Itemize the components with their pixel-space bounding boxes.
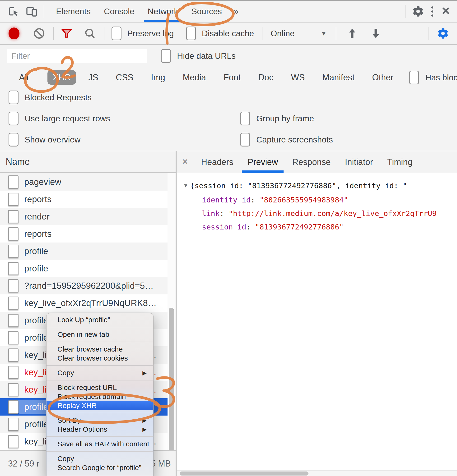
request-list-scrollbar-thumb[interactable] [169,308,174,453]
close-detail-icon[interactable]: × [177,156,194,168]
disable-cache-checkbox[interactable] [186,26,196,40]
menu-item-search-google-for-profile[interactable]: Search Google for “profile” [46,463,153,472]
type-filter-doc[interactable]: Doc [253,70,279,85]
group-by-frame-checkbox[interactable] [240,112,250,125]
table-row[interactable]: profile [0,243,176,260]
show-overview-checkbox[interactable] [9,133,18,146]
request-name: ?rand=1595295962200&plid=5… [24,281,154,291]
type-filter-xhr[interactable]: XHR [47,70,76,85]
document-icon [8,210,18,223]
menu-item-clear-browser-cookies[interactable]: Clear browser cookies [46,354,153,363]
menu-item-clear-browser-cache[interactable]: Clear browser cache [46,345,153,354]
menu-separator [46,327,153,327]
menu-item-open-in-new-tab[interactable]: Open in new tab [46,330,153,339]
document-icon [8,297,18,310]
menu-item-save-all-as-har-with-content[interactable]: Save all as HAR with content [46,440,153,449]
more-tabs-icon[interactable]: » [228,6,243,17]
toolbar-divider [53,27,54,40]
type-filter-js[interactable]: JS [83,70,104,85]
throttling-select[interactable]: Online [271,29,294,38]
menu-item-sort-by[interactable]: Sort By▶ [46,416,153,425]
type-filter-css[interactable]: CSS [111,70,139,85]
record-icon[interactable] [9,27,19,39]
menu-item-header-options[interactable]: Header Options▶ [46,425,153,434]
menu-item-block-request-url[interactable]: Block request URL [46,383,153,392]
device-toolbar-icon[interactable] [25,5,38,18]
export-har-icon[interactable] [369,26,383,40]
transferred-size: 5 MB [151,459,171,469]
document-icon [8,227,18,241]
detail-tab-initiator[interactable]: Initiator [338,151,380,173]
table-row[interactable]: ?rand=1595295962200&plid=5… [0,277,176,294]
menu-item-copy[interactable]: Copy [46,454,153,463]
menu-item-label: Clear browser cache [57,345,123,353]
hide-data-urls-checkbox[interactable] [161,49,171,63]
request-table-name-header[interactable]: Name [0,151,176,173]
json-key: session_id [202,223,246,231]
json-property-line: session_id: "813936772492776886" [177,220,457,234]
request-name: profile [24,264,48,273]
menu-item-block-request-domain[interactable]: Block request domain [46,392,153,401]
toolbar-divider [262,27,263,40]
table-row[interactable]: reports [0,225,176,243]
preview-hscrollbar-track[interactable] [177,470,457,476]
filter-input[interactable] [7,49,147,63]
tab-console[interactable]: Console [97,1,141,22]
network-settings-gear-icon[interactable] [436,26,450,40]
detail-tab-response[interactable]: Response [285,151,338,173]
json-key: identity_id [202,196,251,204]
has-blocked-cookies-checkbox[interactable] [409,71,419,84]
options-grid: Use large request rows Group by frame Sh… [0,107,457,151]
menu-item-copy[interactable]: Copy▶ [46,368,153,377]
type-filter-all[interactable]: All [14,70,34,85]
document-icon [8,400,18,414]
tab-elements[interactable]: Elements [49,1,97,22]
tab-sources[interactable]: Sources [185,1,228,22]
json-root-line[interactable]: ▼{session_id: "813936772492776886", iden… [177,173,457,193]
inspect-element-icon[interactable] [7,5,20,18]
capture-screenshots-checkbox[interactable] [240,133,250,146]
import-har-icon[interactable] [345,26,359,40]
tab-network[interactable]: Network [141,1,185,22]
preview-hscrollbar-thumb[interactable] [180,471,308,476]
menu-item-label: Sort By [57,416,81,424]
request-name: profile [24,246,48,256]
table-row[interactable]: render [0,208,176,225]
search-icon[interactable] [83,26,97,40]
menu-item-label: Save all as HAR with content [57,440,149,448]
network-toolbar: Preserve log Disable cache Online ▼ [0,23,457,45]
json-colon: : [246,223,255,231]
clear-icon[interactable] [32,26,46,40]
type-filter-manifest[interactable]: Manifest [317,70,360,85]
type-filter-font[interactable]: Font [218,70,246,85]
group-by-frame-label: Group by frame [256,114,314,123]
blocked-requests-checkbox[interactable] [9,91,18,104]
toolbar-divider [336,27,336,40]
detail-tab-preview[interactable]: Preview [240,151,285,173]
table-row[interactable]: profile [0,260,176,277]
detail-tab-timing[interactable]: Timing [380,151,420,173]
type-filter-media[interactable]: Media [177,70,211,85]
type-filter-img[interactable]: Img [146,70,170,85]
table-row[interactable]: key_live_ofxXr2qTrrU9NqURK8… [0,294,176,312]
preserve-log-checkbox[interactable] [112,26,122,40]
document-icon [8,435,18,448]
close-devtools-icon[interactable]: × [439,4,457,19]
menu-item-label: Block request domain [57,392,126,401]
menu-item-replay-xhr[interactable]: Replay XHR [46,401,153,410]
use-large-request-rows-checkbox[interactable] [9,112,18,125]
filter-funnel-icon[interactable] [60,26,74,40]
table-row[interactable]: reports [0,191,176,208]
devtools-settings-gear-icon[interactable] [411,5,425,18]
menu-separator [46,451,153,451]
type-filter-other[interactable]: Other [367,70,399,85]
detail-tab-headers[interactable]: Headers [194,151,240,173]
menu-item-label: Copy [57,455,74,463]
chevron-down-icon[interactable]: ▼ [321,30,327,37]
menu-item-look-up-profile[interactable]: Look Up “profile” [46,315,153,324]
type-filter-ws[interactable]: WS [286,70,310,85]
submenu-arrow-icon: ▶ [142,370,147,376]
disclosure-triangle-icon[interactable]: ▼ [184,179,187,192]
more-options-icon[interactable] [425,6,439,17]
table-row[interactable]: pageview [0,173,176,191]
